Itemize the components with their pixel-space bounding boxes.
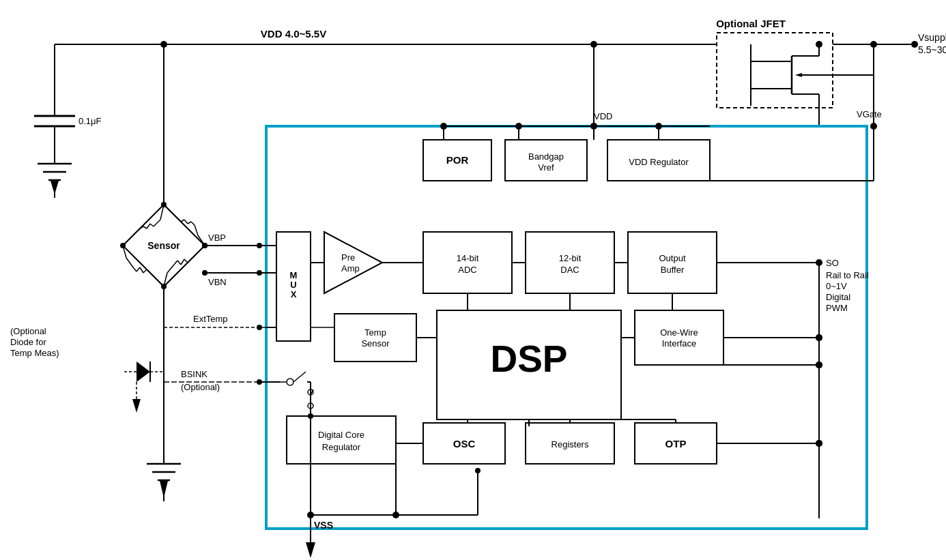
svg-text:Amp: Amp <box>341 263 360 274</box>
svg-text:12-bit: 12-bit <box>559 253 582 263</box>
svg-point-73 <box>120 243 126 248</box>
svg-text:SO: SO <box>826 258 839 268</box>
svg-text:VGate: VGate <box>857 109 882 119</box>
svg-point-81 <box>202 243 207 248</box>
svg-text:5.5~30V: 5.5~30V <box>918 44 946 55</box>
svg-text:Temp: Temp <box>364 327 386 338</box>
svg-text:POR: POR <box>446 154 469 166</box>
svg-text:VDD  4.0~5.5V: VDD 4.0~5.5V <box>261 28 326 40</box>
svg-text:Rail to Rail: Rail to Rail <box>826 270 869 280</box>
svg-text:PWM: PWM <box>826 303 848 313</box>
svg-text:Sensor: Sensor <box>361 338 390 349</box>
svg-text:Digital Core: Digital Core <box>318 430 364 440</box>
svg-text:X: X <box>291 289 297 299</box>
svg-point-78 <box>160 41 167 48</box>
svg-rect-157 <box>635 310 723 365</box>
svg-text:M: M <box>290 270 298 280</box>
svg-text:(Optional): (Optional) <box>181 382 220 392</box>
svg-text:Vsupply: Vsupply <box>918 32 946 43</box>
svg-text:0.1μF: 0.1μF <box>78 116 102 126</box>
svg-point-226 <box>816 440 822 447</box>
svg-text:Bandgap: Bandgap <box>528 151 564 162</box>
svg-point-224 <box>816 334 822 341</box>
svg-text:Diode for: Diode for <box>10 337 46 347</box>
svg-text:VDD: VDD <box>594 111 612 121</box>
svg-text:OSC: OSC <box>453 438 476 450</box>
svg-point-20 <box>870 41 877 48</box>
svg-text:Registers: Registers <box>551 439 589 450</box>
svg-point-202 <box>392 512 399 518</box>
svg-text:OTP: OTP <box>665 438 687 450</box>
svg-text:BSINK: BSINK <box>181 369 207 379</box>
svg-text:ExtTemp: ExtTemp <box>193 314 228 324</box>
svg-text:Temp Meas): Temp Meas) <box>10 348 59 358</box>
svg-text:U: U <box>290 280 296 290</box>
svg-rect-7 <box>717 33 833 108</box>
svg-text:Sensor: Sensor <box>147 240 180 251</box>
svg-text:Output: Output <box>659 253 685 263</box>
svg-text:One-Wire: One-Wire <box>660 327 698 338</box>
circuit-diagram: VDD 4.0~5.5V Vsupply 5.5~30V Optional JF… <box>0 0 946 560</box>
svg-point-200 <box>475 468 481 473</box>
svg-text:ADC: ADC <box>458 265 476 275</box>
svg-text:Optional JFET: Optional JFET <box>716 18 786 29</box>
svg-text:Regulator: Regulator <box>322 442 361 452</box>
svg-text:0~1V: 0~1V <box>826 281 847 291</box>
svg-rect-152 <box>334 314 416 362</box>
svg-rect-167 <box>287 416 396 464</box>
svg-text:DAC: DAC <box>560 265 579 275</box>
svg-text:Vref: Vref <box>538 162 554 173</box>
svg-point-5 <box>911 41 918 48</box>
svg-text:Buffer: Buffer <box>661 265 685 275</box>
svg-text:DSP: DSP <box>490 338 567 380</box>
svg-point-225 <box>816 362 822 368</box>
svg-text:Interface: Interface <box>662 338 697 349</box>
svg-text:(Optional: (Optional <box>10 326 46 336</box>
svg-text:VBN: VBN <box>208 277 227 287</box>
svg-text:VSS: VSS <box>314 520 333 531</box>
svg-point-217 <box>308 413 313 419</box>
svg-point-214 <box>590 123 597 130</box>
svg-text:VBP: VBP <box>208 233 226 243</box>
svg-text:Pre: Pre <box>341 252 355 263</box>
svg-text:14-bit: 14-bit <box>457 253 479 263</box>
svg-text:Digital: Digital <box>826 292 850 302</box>
svg-point-17 <box>816 41 822 48</box>
svg-point-24 <box>590 41 597 48</box>
svg-point-85 <box>202 270 207 276</box>
svg-text:VDD Regulator: VDD Regulator <box>629 157 689 167</box>
